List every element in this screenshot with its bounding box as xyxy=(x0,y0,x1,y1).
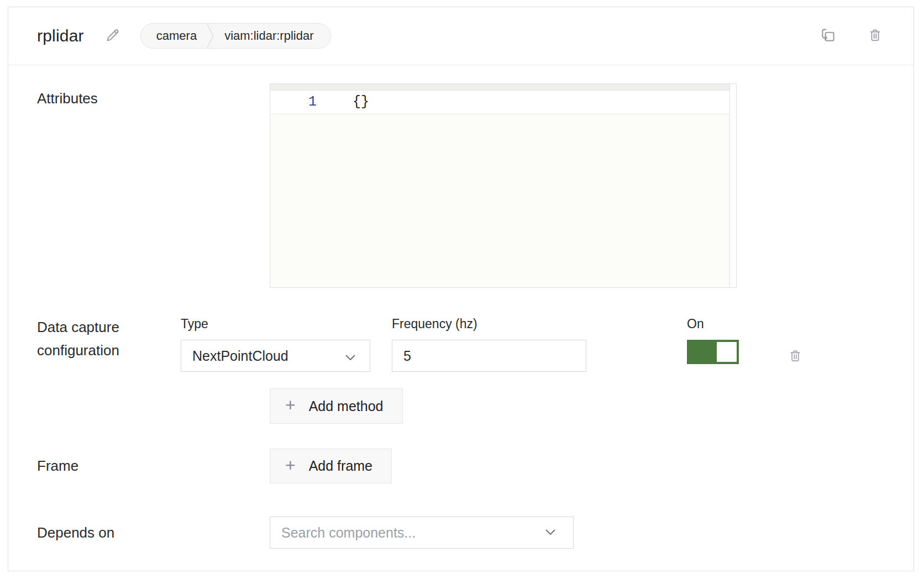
duplicate-icon xyxy=(820,27,837,45)
toggle-knob xyxy=(717,342,737,362)
edit-name-button[interactable] xyxy=(105,28,120,44)
data-capture-label: Data capture configuration xyxy=(37,315,181,372)
add-method-row: + Add method xyxy=(8,388,914,424)
add-method-label: Add method xyxy=(309,398,384,414)
component-type-badge: camera viam:lidar:rplidar xyxy=(140,23,331,49)
chevron-down-icon xyxy=(545,528,555,538)
capture-on-toggle[interactable] xyxy=(687,340,739,364)
frame-row: Frame + Add frame xyxy=(8,449,914,483)
capture-frequency-field: Frequency (hz) xyxy=(392,315,586,372)
editor-code-content[interactable]: {} xyxy=(348,91,369,114)
chevron-down-icon xyxy=(345,348,355,364)
frame-label: Frame xyxy=(37,457,270,475)
frequency-input[interactable] xyxy=(392,340,586,372)
editor-line-number: 1 xyxy=(270,91,348,114)
add-method-button[interactable]: + Add method xyxy=(270,388,403,424)
data-capture-controls: Type NextPointCloud Frequency (hz) On xyxy=(181,315,802,372)
add-frame-button[interactable]: + Add frame xyxy=(270,449,392,483)
pencil-icon xyxy=(105,28,120,45)
badge-chevron-divider-icon xyxy=(207,23,214,49)
duplicate-button[interactable] xyxy=(820,27,837,45)
toggle-label: On xyxy=(687,315,739,332)
delete-capture-method-button[interactable] xyxy=(788,349,802,365)
trash-icon xyxy=(868,28,883,44)
attributes-label: Attributes xyxy=(37,83,270,288)
component-name: rplidar xyxy=(37,27,84,45)
delete-component-button[interactable] xyxy=(868,28,883,44)
plus-icon: + xyxy=(285,396,296,414)
depends-on-select[interactable] xyxy=(270,517,574,549)
frequency-label: Frequency (hz) xyxy=(392,315,586,332)
type-label: Type xyxy=(181,315,370,332)
component-header: rplidar camera viam:lidar:rplidar xyxy=(8,7,914,65)
attributes-row: Attributes 1 {} xyxy=(8,83,914,288)
editor-active-line: 1 {} xyxy=(270,91,736,114)
search-components-input[interactable] xyxy=(270,517,545,548)
capture-toggle-field: On xyxy=(687,315,739,364)
badge-category: camera xyxy=(156,29,197,43)
plus-icon: + xyxy=(285,456,296,474)
editor-top-strip xyxy=(270,84,736,91)
type-select[interactable]: NextPointCloud xyxy=(181,340,370,372)
capture-type-field: Type NextPointCloud xyxy=(181,315,370,372)
depends-on-label: Depends on xyxy=(37,524,270,541)
data-capture-row: Data capture configuration Type NextPoin… xyxy=(8,315,914,372)
trash-icon xyxy=(788,349,802,365)
header-actions xyxy=(820,27,883,45)
add-frame-label: Add frame xyxy=(309,458,372,474)
depends-on-row: Depends on xyxy=(8,517,914,549)
editor-scrollbar[interactable] xyxy=(729,84,736,287)
component-card: rplidar camera viam:lidar:rplidar xyxy=(8,7,914,571)
type-select-value: NextPointCloud xyxy=(192,348,288,364)
attributes-json-editor[interactable]: 1 {} xyxy=(270,83,737,288)
badge-model: viam:lidar:rplidar xyxy=(224,29,313,43)
